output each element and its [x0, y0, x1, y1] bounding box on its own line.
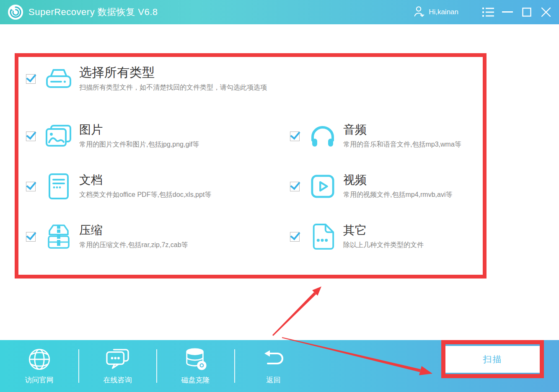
documents-desc: 文档类文件如office PDF等,包括doc,xls,ppt等 [79, 191, 211, 199]
audio-checkbox[interactable] [290, 132, 300, 141]
back-label: 返回 [267, 375, 281, 385]
visit-website-button[interactable]: 访问官网 [0, 340, 78, 392]
file-type-row-images: 图片 常用的图片文件和图片,包括jpg,png,gif等 [26, 121, 199, 152]
close-button[interactable] [536, 0, 556, 24]
audio-title: 音频 [343, 123, 461, 137]
other-desc: 除以上几种文件类型的文件 [343, 241, 424, 250]
audio-icon [309, 124, 336, 148]
app-title: SuperRecovery 数据恢复 V6.8 [28, 6, 158, 18]
documents-title: 文档 [79, 173, 211, 187]
other-title: 其它 [343, 224, 424, 237]
images-title: 图片 [79, 123, 199, 137]
maximize-icon [522, 8, 531, 17]
image-icon [45, 125, 72, 147]
images-checkbox[interactable] [26, 132, 36, 141]
user-greeting: Hi,kainan [429, 8, 458, 16]
chat-icon [106, 348, 130, 371]
file-type-row-select-all: 选择所有类型 扫描所有类型文件，如不清楚找回的文件类型，请勾选此项选项 [26, 62, 267, 95]
other-icon [309, 224, 336, 250]
menu-list-icon [482, 7, 494, 17]
audio-desc: 常用的音乐和语音文件,包括mp3,wma等 [343, 140, 461, 149]
minimize-icon [502, 11, 513, 13]
close-icon [541, 7, 551, 17]
other-checkbox[interactable] [290, 232, 300, 242]
archive-checkbox[interactable] [26, 232, 36, 242]
visit-website-label: 访问官网 [25, 375, 54, 385]
online-consult-label: 在线咨询 [104, 375, 132, 385]
file-type-row-archive: 压缩 常用的压缩文件,包括rar,zip,7z,cab等 [26, 221, 188, 252]
file-type-row-video: 视频 常用的视频文件,包括mp4,rmvb,avi等 [290, 171, 452, 202]
back-button[interactable]: 返回 [234, 340, 313, 392]
archive-icon [45, 224, 72, 249]
archive-title: 压缩 [79, 224, 188, 237]
archive-desc: 常用的压缩文件,包括rar,zip,7z,cab等 [79, 241, 188, 250]
select-all-checkbox[interactable] [26, 74, 36, 84]
menu-button[interactable] [479, 0, 498, 24]
maximize-button[interactable] [517, 0, 536, 24]
minimize-button[interactable] [498, 0, 517, 24]
documents-checkbox[interactable] [26, 182, 36, 191]
disk-clone-icon [184, 348, 207, 371]
file-type-row-documents: 文档 文档类文件如office PDF等,包括doc,xls,ppt等 [26, 171, 211, 202]
video-checkbox[interactable] [290, 182, 300, 191]
online-consult-button[interactable]: 在线咨询 [78, 340, 157, 392]
select-all-title: 选择所有类型 [79, 65, 267, 80]
annotation-rectangle-scan: 扫描 [441, 340, 544, 378]
images-desc: 常用的图片文件和图片,包括jpg,png,gif等 [79, 140, 199, 149]
return-icon [263, 348, 285, 371]
disk-clone-button[interactable]: 磁盘克隆 [156, 340, 235, 392]
globe-icon [28, 348, 51, 371]
video-desc: 常用的视频文件,包括mp4,rmvb,avi等 [343, 191, 452, 199]
user-account-button[interactable]: Hi,kainan [413, 5, 458, 19]
video-icon [309, 175, 336, 198]
disk-clone-label: 磁盘克隆 [181, 375, 210, 385]
drive-icon [45, 68, 72, 90]
file-type-row-audio: 音频 常用的音乐和语音文件,包括mp3,wma等 [290, 121, 461, 152]
select-all-desc: 扫描所有类型文件，如不清楚找回的文件类型，请勾选此项选项 [79, 83, 267, 92]
user-icon [413, 5, 425, 19]
scan-button[interactable]: 扫描 [445, 346, 540, 373]
title-bar: SuperRecovery 数据恢复 V6.8 Hi,kainan [0, 0, 559, 24]
document-icon [45, 173, 72, 199]
video-title: 视频 [343, 173, 452, 187]
app-logo-icon [8, 4, 23, 20]
app-window: SuperRecovery 数据恢复 V6.8 Hi,kainan [0, 0, 559, 392]
file-type-row-other: 其它 除以上几种文件类型的文件 [290, 221, 424, 252]
